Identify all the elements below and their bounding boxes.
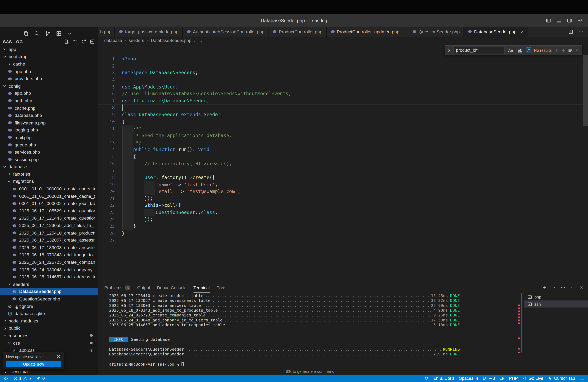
tree-item-bootstrap[interactable]: bootstrap [0,53,98,60]
tree-item-2025-06-17-132057-create-assessme[interactable]: 2025_06_17_132057_create_assessme... [0,237,98,244]
status-indentation[interactable]: Spaces: 4 [457,375,480,382]
tree-item-databaseseeder-php[interactable]: DatabaseSeeder.php [0,288,98,295]
tab-databaseseeder-php[interactable]: DatabaseSeeder.php [464,27,528,37]
tree-item-seeders[interactable]: seeders [0,281,98,288]
tree-item-0001-01-01-000000-create-users-ta[interactable]: 0001_01_01_000000_create_users_ta... [0,185,98,192]
panel-tab-output[interactable]: Output [137,283,150,293]
whole-word-toggle[interactable]: ab [516,47,524,53]
close-icon[interactable] [575,48,579,53]
code-line-13[interactable]: 13 */ [98,139,583,146]
terminal-tab-php[interactable]: php [524,293,588,301]
tab-questionseeder-php[interactable]: QuestionSeeder.php [408,27,464,37]
regex-toggle[interactable]: .* [525,47,531,53]
panel-sash[interactable] [521,293,522,352]
status-encoding[interactable]: UTF-8 [480,375,497,382]
tree-item-0001-01-01-000001-create-cache-ta[interactable]: 0001_01_01_000001_create_cache_ta... [0,192,98,200]
code-line-9[interactable]: 9class DatabaseSeeder extends Seeder [98,111,583,118]
code-line-6[interactable]: 6// use Illuminate\Database\Console\Seed… [98,90,583,97]
code-line-22[interactable]: 22 $this->call([ [98,202,583,209]
tree-item-2025-06-24-025723-create-compan[interactable]: 2025_06_24_025723_create_compan... [0,259,98,266]
more-actions-icon[interactable] [578,29,583,34]
tree-item-database-sqlite[interactable]: database.sqlite [0,310,98,317]
close-icon[interactable] [579,285,584,290]
tree-item-2025-06-17-125410-create-products[interactable]: 2025_06_17_125410_create_products... [0,229,98,237]
next-match-icon[interactable] [561,48,566,53]
code-line-15[interactable]: 15 { [98,153,583,160]
tree-item-2025-06-24-030048-add-company[interactable]: 2025_06_24_030048_add_company_... [0,266,98,273]
chevron-up-icon[interactable] [570,285,575,290]
split-editor-icon[interactable] [568,29,573,34]
breadcrumb-item-symbol[interactable]: … [198,38,203,43]
tree-item-0001-01-01-000002-create-jobs-tab[interactable]: 0001_01_01_000002_create_jobs_tab... [0,200,98,207]
code-line-2[interactable]: 2 [98,62,583,69]
breadcrumb-item-databaseseeder-php[interactable]: DatabaseSeeder.php [151,38,191,43]
code-line-17[interactable]: 17 [98,167,583,174]
code-line-5[interactable]: 5use App\Models\User; [98,83,583,90]
status-eol[interactable]: LF [497,375,507,382]
tree-item-filesystems-php[interactable]: filesystems.php [0,119,98,126]
panel-tab-problems[interactable]: Problems8 [104,283,130,293]
tree-item-cache-php[interactable]: cache.php [0,104,98,112]
tab-forgot-password-blade-php[interactable]: forgot-password.blade.php [115,27,183,37]
tree-item-node-modules[interactable]: node_modules [0,317,98,325]
code-line-25[interactable]: 25 } [98,223,583,230]
code-line-26[interactable]: 26} [98,230,583,237]
tree-item-cache[interactable]: cache [0,60,98,68]
match-case-toggle[interactable]: Aa [507,47,514,53]
tree-item-2025-06-17-133003-create-answers[interactable]: 2025_06_17_133003_create_answers_... [0,244,98,251]
code-line-7[interactable]: 7use Illuminate\Database\Seeder; [98,97,583,104]
code-line-1[interactable]: 1<?php [98,56,583,62]
code-line-3[interactable]: 3namespace Database\Seeders; [98,69,583,76]
tree-item-2025-06-17-121443-create-questions[interactable]: 2025_06_17_121443_create_questions... [0,215,98,222]
tree-item-factories[interactable]: factories [0,171,98,178]
files-icon[interactable] [23,31,29,36]
chevron-down-icon[interactable] [67,31,72,36]
code-line-14[interactable]: 14 public function run(): void [98,146,583,153]
layout-left-icon[interactable] [546,18,551,23]
tree-item-queue-php[interactable]: queue.php [0,141,98,149]
source-control-icon[interactable] [45,31,51,36]
tree-item-database[interactable]: database [0,163,98,171]
tree-item-2025-06-17-123055-add-fields-to-u[interactable]: 2025_06_17_123055_add_fields_to_u... [0,222,98,229]
chevron-down-icon[interactable] [551,285,556,290]
status-ports[interactable]: 0 [34,375,47,382]
tree-item-app[interactable]: app [0,46,98,53]
code-line-8[interactable]: 8 [98,104,583,111]
code-line-18[interactable]: 18 User::factory()->create([ [98,174,583,181]
tree-item-css[interactable]: css [0,339,98,347]
code-line-20[interactable]: 20 'email' => 'test@example.com', [98,188,583,195]
tree-item-mail-php[interactable]: mail.php [0,134,98,141]
tree-item-resources[interactable]: resources [0,332,98,340]
scrollbar-thumb[interactable] [583,55,588,126]
breadcrumb-item-seeders[interactable]: seeders [129,38,144,43]
more-actions-icon[interactable] [561,285,566,290]
tree-item-migrations[interactable]: migrations [0,178,98,185]
tree-item-public[interactable]: public [0,325,98,332]
panel-tab-ports[interactable]: Ports [216,283,226,293]
breadcrumb-item-database[interactable]: database [104,38,122,43]
code-line-19[interactable]: 19 'name' => 'Test User', [98,181,583,188]
tab-b-php[interactable]: b.php [98,27,115,37]
terminal-output[interactable]: 2025_06_17_125410_create_products_table.… [109,293,469,368]
code-line-23[interactable]: 23 QuestionSeeder::class, [98,209,583,216]
tree-item-app-php[interactable]: app.php [0,90,98,97]
status-notifications[interactable] [577,375,587,382]
find-input[interactable]: product_id" [453,47,505,54]
new-file-icon[interactable] [64,39,69,44]
status-language-mode[interactable]: PHP [507,375,520,382]
tree-item-config[interactable]: config [0,82,98,90]
tree-item-session-php[interactable]: session.php [0,156,98,163]
tree-item-services-php[interactable]: services.php [0,149,98,156]
code-line-11[interactable]: 11 /** [98,125,583,132]
tree-item-app-php[interactable]: app.php [0,68,98,75]
tree-item-2025-06-18-070343-add-image-to[interactable]: 2025_06_18_070343_add_image_to_... [0,251,98,259]
tree-item-database-php[interactable]: database.php [0,112,98,119]
code-line-21[interactable]: 21 ]); [98,195,583,202]
code-line-16[interactable]: 16 // User::factory(10)->create(); [98,160,583,167]
code-editor[interactable]: 1<?php23namespace Database\Seeders;45use… [98,44,588,283]
close-icon[interactable] [56,354,61,359]
timeline-section[interactable]: TIMELINE [0,369,98,375]
terminal-tab-zsh[interactable]: zsh [524,301,588,308]
new-folder-icon[interactable] [72,39,78,44]
extensions-icon[interactable] [56,31,62,36]
